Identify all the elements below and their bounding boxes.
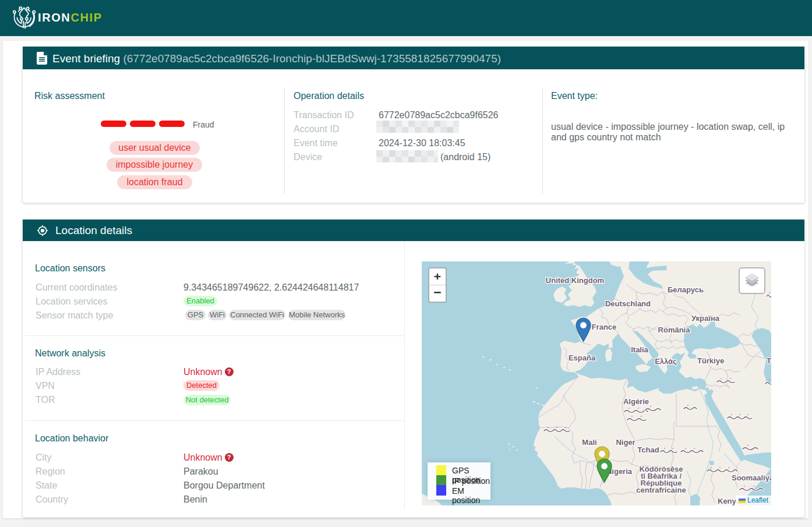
svg-text:Беларусь: Беларусь: [668, 285, 704, 294]
svg-text:România: România: [658, 326, 691, 334]
svg-text:Niger: Niger: [616, 438, 635, 447]
svg-text:Italia: Italia: [631, 345, 648, 354]
svg-text:United Kingdom: United Kingdom: [546, 276, 604, 285]
svg-text:Türkiye: Türkiye: [697, 356, 724, 365]
svg-text:Tchad: Tchad: [637, 445, 659, 454]
svg-text:Deutschland: Deutschland: [605, 299, 651, 308]
svg-text:centrafricaine: centrafricaine: [636, 486, 686, 494]
svg-text:España: España: [569, 353, 596, 362]
svg-text:Mali: Mali: [582, 438, 596, 447]
svg-text:Soomaaliya: Soomaaliya: [732, 473, 771, 482]
svg-text:Algérie: Algérie: [623, 397, 649, 406]
svg-text:Tü: Tü: [767, 356, 771, 365]
svg-text:France: France: [592, 323, 617, 331]
svg-text:Ελλάς: Ελλάς: [655, 357, 677, 366]
svg-text:Україна: Україна: [691, 314, 720, 323]
